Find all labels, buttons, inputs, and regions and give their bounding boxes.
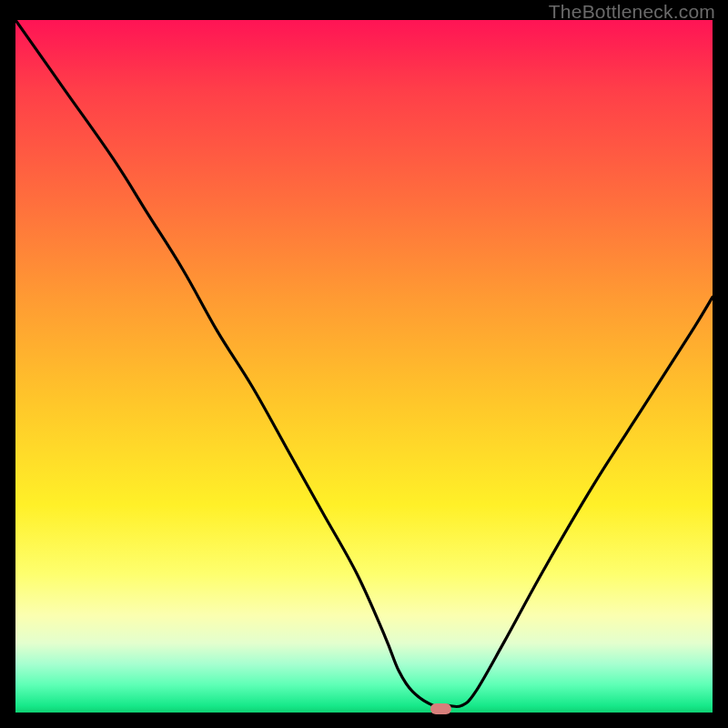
watermark-text: TheBottleneck.com <box>549 1 715 23</box>
plot-area <box>15 20 713 713</box>
curve-path <box>15 20 713 707</box>
optimum-marker <box>430 703 451 714</box>
bottleneck-curve <box>15 20 713 713</box>
chart-frame: TheBottleneck.com <box>0 0 728 728</box>
